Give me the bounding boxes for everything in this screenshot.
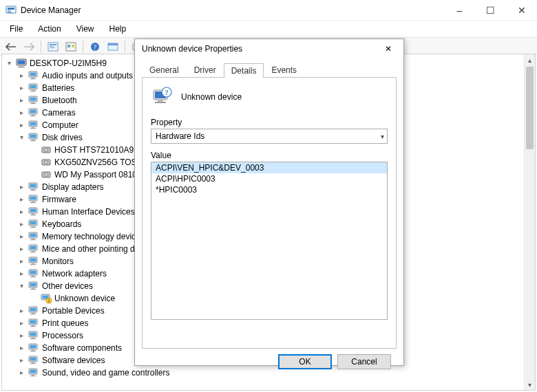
- dialog-titlebar[interactable]: Unknown device Properties ✕: [135, 39, 403, 58]
- value-label: Value: [151, 151, 388, 160]
- vertical-scrollbar[interactable]: ▴ ▾: [524, 54, 535, 390]
- value-item[interactable]: ACPI\VEN_HPIC&DEV_0003: [151, 162, 387, 173]
- svg-rect-30: [30, 98, 36, 101]
- menu-action[interactable]: Action: [31, 22, 67, 36]
- svg-rect-96: [32, 312, 34, 314]
- scrollbar-down-button[interactable]: ▾: [525, 379, 535, 390]
- category-icon: [28, 120, 39, 131]
- toolbar-back-button[interactable]: [3, 39, 19, 54]
- toolbar-help-button[interactable]: ?: [87, 39, 103, 54]
- svg-rect-75: [30, 246, 36, 250]
- scrollbar-thumb[interactable]: [526, 67, 534, 149]
- expand-icon[interactable]: ▸: [17, 344, 25, 352]
- svg-rect-89: [30, 289, 36, 290]
- ok-button[interactable]: OK: [278, 354, 332, 369]
- toolbar-separator: [83, 41, 83, 53]
- dialog-title: Unknown device Properties: [142, 44, 377, 54]
- category-icon: [28, 70, 39, 81]
- menu-help[interactable]: Help: [103, 22, 134, 36]
- svg-text:!: !: [48, 298, 50, 303]
- expand-icon[interactable]: ▸: [17, 84, 25, 92]
- tab-events[interactable]: Events: [264, 63, 304, 77]
- window-close-button[interactable]: ✕: [506, 0, 537, 21]
- disk-icon: [41, 157, 52, 168]
- category-icon: [28, 305, 39, 316]
- menu-file[interactable]: File: [3, 22, 30, 36]
- expand-icon[interactable]: ▸: [17, 331, 25, 340]
- expand-icon[interactable]: ▸: [17, 109, 25, 117]
- toolbar-scan-button[interactable]: [63, 39, 79, 54]
- svg-rect-27: [32, 89, 34, 91]
- svg-rect-64: [32, 213, 34, 215]
- svg-rect-61: [30, 202, 36, 203]
- tree-item-label: Software devices: [42, 354, 105, 367]
- window-titlebar: Device Manager – ☐ ✕: [0, 0, 537, 21]
- window-minimize-button[interactable]: –: [444, 0, 475, 21]
- expand-icon[interactable]: ▸: [17, 270, 25, 278]
- expand-icon[interactable]: ▸: [17, 319, 25, 327]
- tree-item-label: Memory technology devices: [42, 230, 145, 243]
- tree-item-label: Cameras: [42, 107, 76, 119]
- collapse-icon[interactable]: ▾: [17, 282, 25, 290]
- tree-root-label: DESKTOP-U2IM5H9: [30, 57, 107, 69]
- value-item[interactable]: ACPI\HPIC0003: [151, 173, 387, 184]
- svg-rect-109: [30, 351, 36, 351]
- expand-icon[interactable]: ▸: [17, 220, 25, 228]
- property-select[interactable]: Hardware Ids ▾: [151, 129, 388, 144]
- dialog-close-button[interactable]: ✕: [377, 41, 399, 57]
- window-controls: – ☐ ✕: [444, 0, 537, 21]
- tabpage-details: ? Unknown device Property Hardware Ids ▾…: [142, 78, 397, 349]
- svg-rect-97: [30, 314, 36, 314]
- expand-icon[interactable]: ▸: [17, 356, 25, 364]
- svg-rect-113: [30, 363, 36, 364]
- expand-icon[interactable]: ▸: [17, 183, 25, 191]
- tree-item-label: Processors: [42, 329, 83, 342]
- cancel-button[interactable]: Cancel: [337, 354, 391, 369]
- tree-item-label: Network adapters: [42, 268, 107, 280]
- toolbar-separator: [125, 41, 125, 53]
- svg-rect-38: [30, 122, 36, 126]
- menu-view[interactable]: View: [70, 22, 101, 36]
- svg-rect-112: [32, 362, 34, 363]
- expand-icon[interactable]: ▸: [17, 257, 25, 265]
- warning-device-icon: !: [41, 293, 52, 304]
- expand-icon[interactable]: ▸: [17, 369, 25, 377]
- category-icon: [28, 83, 39, 94]
- svg-rect-108: [32, 349, 34, 351]
- expand-icon[interactable]: ▸: [17, 72, 25, 80]
- collapse-icon[interactable]: ▾: [5, 59, 13, 67]
- svg-rect-6: [50, 46, 54, 47]
- svg-rect-117: [30, 375, 36, 376]
- tab-details[interactable]: Details: [224, 63, 264, 78]
- expand-icon[interactable]: ▸: [17, 208, 25, 216]
- tree-item-label: Batteries: [42, 82, 74, 94]
- svg-rect-80: [32, 263, 34, 264]
- value-listbox[interactable]: ACPI\VEN_HPIC&DEV_0003ACPI\HPIC0003*HPIC…: [151, 162, 388, 320]
- value-item[interactable]: *HPIC0003: [151, 184, 387, 195]
- svg-text:?: ?: [165, 88, 169, 96]
- tab-driver[interactable]: Driver: [187, 63, 224, 77]
- svg-point-53: [45, 174, 47, 175]
- toolbar-view-button[interactable]: [105, 39, 121, 54]
- svg-rect-65: [30, 215, 36, 215]
- tab-general[interactable]: General: [142, 63, 187, 77]
- expand-icon[interactable]: ▸: [17, 121, 25, 129]
- svg-rect-68: [32, 226, 34, 227]
- scrollbar-up-button[interactable]: ▴: [525, 54, 535, 65]
- device-icon: ?: [151, 86, 173, 108]
- device-name: Unknown device: [181, 92, 242, 102]
- toolbar-forward-button[interactable]: [21, 39, 37, 54]
- svg-rect-23: [32, 77, 34, 78]
- toolbar-properties-button[interactable]: [45, 39, 61, 54]
- expand-icon[interactable]: ▸: [17, 245, 25, 253]
- expand-icon[interactable]: ▸: [17, 307, 25, 315]
- category-icon: [28, 194, 39, 205]
- expand-icon[interactable]: ▸: [17, 96, 25, 105]
- expand-icon[interactable]: ▸: [17, 232, 25, 241]
- tree-item-label: Bluetooth: [42, 94, 77, 107]
- svg-rect-100: [32, 325, 34, 326]
- category-icon: [28, 330, 39, 341]
- collapse-icon[interactable]: ▾: [17, 133, 25, 142]
- expand-icon[interactable]: ▸: [17, 195, 25, 204]
- window-maximize-button[interactable]: ☐: [475, 0, 506, 21]
